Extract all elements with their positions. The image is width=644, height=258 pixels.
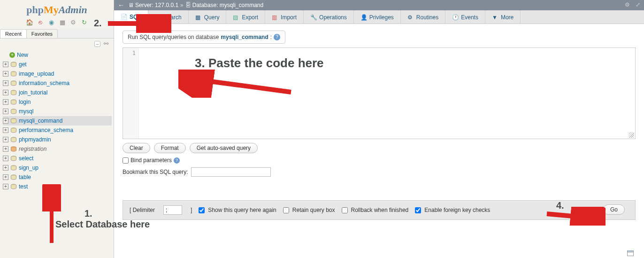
- tree-new[interactable]: + New: [3, 50, 112, 60]
- tree-db-phpmyadmin[interactable]: +phpmyadmin: [3, 135, 112, 144]
- rollback-checkbox[interactable]: [342, 207, 348, 213]
- sql-nav-icon[interactable]: ▦: [59, 19, 66, 26]
- tab-sql[interactable]: 📄SQL: [114, 10, 148, 24]
- expander-icon[interactable]: +: [3, 71, 8, 77]
- link-icon[interactable]: ⚯: [103, 41, 109, 47]
- delimiter-input[interactable]: [163, 205, 182, 215]
- db-label: Database:: [192, 2, 218, 8]
- logo-admin: Admin: [59, 4, 87, 16]
- autosaved-button[interactable]: Get auto-saved query: [190, 143, 258, 153]
- operations-icon: 🔧: [310, 14, 317, 21]
- db-name[interactable]: mysqli_command: [220, 2, 263, 8]
- tree-item-label: image_upload: [19, 70, 54, 78]
- database-cylinder-icon: [10, 156, 17, 161]
- database-icon: 🗄: [185, 2, 191, 8]
- docs-icon[interactable]: ◉: [47, 19, 55, 26]
- tab-favorites[interactable]: Favorites: [26, 29, 58, 38]
- delimiter-open: [ Delimiter: [130, 207, 155, 213]
- tab-events[interactable]: 🕐Events: [445, 10, 485, 23]
- tab-operations[interactable]: 🔧Operations: [304, 10, 354, 23]
- tree-db-information_schema[interactable]: +information_schema: [3, 78, 112, 88]
- back-icon[interactable]: ←: [118, 1, 124, 9]
- expander-icon[interactable]: +: [3, 146, 8, 152]
- editor-gutter: 1: [123, 48, 139, 139]
- collapse-all-icon[interactable]: –: [94, 41, 100, 47]
- expander-icon[interactable]: +: [3, 80, 8, 86]
- expander-icon[interactable]: +: [3, 156, 8, 161]
- tree-item-label: mysql: [19, 107, 33, 116]
- tab-routines[interactable]: ⚙Routines: [401, 10, 445, 23]
- sidebar-tabs: Recent Favorites: [0, 29, 114, 39]
- footer-window-icon[interactable]: [627, 250, 634, 256]
- expander-icon[interactable]: +: [3, 118, 8, 124]
- tree-item-label: test: [19, 182, 28, 191]
- fk-checkbox[interactable]: [415, 207, 421, 213]
- tree-db-test[interactable]: +test: [3, 182, 112, 191]
- svg-rect-15: [628, 251, 634, 252]
- tree-db-mysqli_command[interactable]: +mysqli_command: [3, 116, 112, 125]
- bind-params-checkbox[interactable]: [123, 157, 129, 164]
- tree-db-login[interactable]: +login: [3, 97, 112, 107]
- sql-textarea[interactable]: [139, 48, 635, 139]
- tab-privileges[interactable]: 👤Privileges: [354, 10, 401, 23]
- format-button[interactable]: Format: [154, 143, 186, 153]
- expander-icon[interactable]: +: [3, 184, 8, 189]
- tab-export[interactable]: ▤Export: [226, 10, 265, 23]
- show-again-checkbox[interactable]: [199, 207, 205, 213]
- expander-icon[interactable]: +: [3, 127, 8, 133]
- tab-import[interactable]: ▥Import: [265, 10, 304, 23]
- tree-item-label: registration: [19, 145, 46, 153]
- tab-query[interactable]: ▦Query: [189, 10, 227, 23]
- server-name[interactable]: 127.0.0.1: [155, 2, 178, 8]
- sql-editor: 1: [123, 47, 636, 139]
- expander-icon[interactable]: +: [3, 174, 8, 180]
- home-icon[interactable]: 🏠: [26, 19, 33, 26]
- expand-icon[interactable]: ⤢: [636, 1, 640, 8]
- go-button[interactable]: Go: [603, 204, 625, 215]
- gear-icon[interactable]: ⚙: [625, 1, 630, 8]
- database-cylinder-icon: [10, 62, 17, 67]
- bind-params-help-icon[interactable]: ?: [174, 157, 180, 164]
- expander-icon[interactable]: +: [3, 109, 8, 114]
- privileges-icon: 👤: [360, 14, 367, 21]
- panel-dbname[interactable]: mysqli_command: [221, 34, 268, 40]
- main: ← 🖥 Server: 127.0.0.1 » 🗄 Database: mysq…: [114, 0, 644, 258]
- sidebar-quick-icons: 🏠 ⎋ ◉ ▦ ⚙ ↻: [0, 18, 114, 29]
- settings-nav-icon[interactable]: ⚙: [69, 19, 77, 26]
- search-icon: 🔍: [155, 14, 161, 21]
- more-icon: ▼: [492, 14, 498, 21]
- expander-icon[interactable]: +: [3, 137, 8, 142]
- tree-db-select[interactable]: +select: [3, 154, 112, 163]
- expander-icon[interactable]: +: [3, 99, 8, 105]
- expander-icon[interactable]: +: [3, 90, 8, 95]
- tree-db-join_tutorial[interactable]: +join_tutorial: [3, 88, 112, 97]
- database-cylinder-icon: [10, 165, 17, 171]
- bind-params-row: Bind parameters ?: [123, 157, 636, 164]
- tree-db-mysql[interactable]: +mysql: [3, 107, 112, 116]
- expander-icon[interactable]: +: [3, 165, 8, 171]
- tree-db-image_upload[interactable]: +image_upload: [3, 69, 112, 78]
- bottom-bar: [ Delimiter ] Show this query here again…: [123, 200, 636, 220]
- import-icon: ▥: [272, 14, 278, 21]
- retain-checkbox[interactable]: [283, 207, 289, 213]
- tree-item-label: mysqli_command: [19, 117, 62, 125]
- tree-db-registration[interactable]: +registration: [3, 144, 112, 154]
- editor-buttons-row: Clear Format Get auto-saved query: [123, 143, 636, 153]
- logout-icon[interactable]: ⎋: [37, 19, 44, 26]
- expander-icon[interactable]: +: [3, 62, 8, 67]
- reload-icon[interactable]: ↻: [80, 19, 88, 26]
- routines-icon: ⚙: [407, 14, 414, 21]
- tree-db-performance_schema[interactable]: +performance_schema: [3, 125, 112, 135]
- tree-db-get[interactable]: +get: [3, 60, 112, 69]
- resize-handle[interactable]: [629, 132, 634, 138]
- bind-params-label: Bind parameters: [130, 157, 172, 164]
- tab-recent[interactable]: Recent: [0, 29, 27, 38]
- tree-db-sign_up[interactable]: +sign_up: [3, 163, 112, 172]
- database-cylinder-icon: [10, 137, 17, 142]
- tab-more[interactable]: ▼More: [485, 10, 521, 23]
- help-icon[interactable]: ?: [274, 34, 280, 40]
- tree-db-table[interactable]: +table: [3, 172, 112, 182]
- clear-button[interactable]: Clear: [123, 143, 150, 153]
- tab-search[interactable]: 🔍Search: [148, 10, 189, 23]
- bookmark-input[interactable]: [191, 167, 271, 177]
